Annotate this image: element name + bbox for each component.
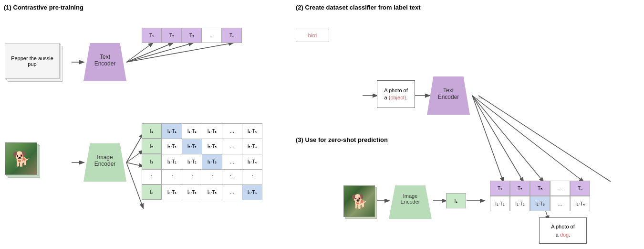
s3-cell-N: I₁·Tₙ xyxy=(570,196,590,211)
vec-I1: I₁ xyxy=(142,123,162,139)
cell-2-N: I₂·Tₙ xyxy=(242,139,262,154)
cell-2-dots: ... xyxy=(222,139,242,154)
svg-line-12 xyxy=(472,96,503,182)
svg-line-16 xyxy=(478,96,611,182)
cell-N-dots: ... xyxy=(222,185,242,200)
svg-line-6 xyxy=(126,151,143,162)
template-box: A photo ofa {object}. xyxy=(377,80,415,108)
token-T1: T₁ xyxy=(142,28,162,43)
token-T2: T₂ xyxy=(162,28,182,43)
vec-I3: I₃ xyxy=(142,154,162,169)
result-text: A photo ofa dog. xyxy=(551,223,575,238)
s3-cell-1: I₁·T₁ xyxy=(490,196,510,211)
s3-cell-dots: ... xyxy=(550,196,570,211)
svg-line-14 xyxy=(472,96,543,182)
token2-T3: T₃ xyxy=(530,181,550,196)
cell-1-N: I₁·Tₙ xyxy=(242,124,262,139)
svg-line-13 xyxy=(472,96,523,182)
token2-T1: T₁ xyxy=(490,181,510,196)
cell-d-2: ⋮ xyxy=(182,170,202,185)
svg-line-7 xyxy=(126,162,143,166)
section2-dots: ... xyxy=(477,92,483,100)
token-row-1: T₁ T₂ T₃ ... Tₙ xyxy=(142,28,242,43)
token-TN: Tₙ xyxy=(222,28,242,43)
cell-3-2: I₃·T₂ xyxy=(182,154,202,170)
svg-line-4 xyxy=(126,43,233,62)
token2-dots: ... xyxy=(550,181,570,196)
cell-d-d: ⋱ xyxy=(222,170,242,185)
cell-N-1: Iₙ·T₁ xyxy=(162,185,182,200)
text-encoder-2: TextEncoder xyxy=(427,76,470,115)
cell-d-N: ⋮ xyxy=(242,170,262,185)
token-row-2: T₁ T₂ T₃ ... Tₙ xyxy=(490,181,590,196)
result-dog-text: dog xyxy=(560,232,569,238)
section1-title: (1) Contrastive pre-training xyxy=(4,4,83,11)
cell-2-1: I₂·T₁ xyxy=(162,139,182,154)
diagram: (1) Contrastive pre-training Pepper the … xyxy=(0,0,644,249)
cell-1-dots: ... xyxy=(222,124,242,139)
svg-line-8 xyxy=(126,162,143,208)
cell-3-3: I₃·T₃ xyxy=(202,154,222,170)
token-T3: T₃ xyxy=(182,28,202,43)
cell-3-dots: ... xyxy=(222,154,242,170)
vec-dots: ⋮ xyxy=(142,169,162,184)
section2-title: (2) Create dataset classifier from label… xyxy=(296,4,421,11)
vec-IN: Iₙ xyxy=(142,184,162,200)
token-dots: ... xyxy=(202,28,222,43)
vec-I2: I₂ xyxy=(142,139,162,154)
cell-d-1: ⋮ xyxy=(162,170,182,185)
svg-line-3 xyxy=(126,43,193,62)
section3-matrix-row: I₁·T₁ I₁·T₂ I₁·T₃ ... I₁·Tₙ xyxy=(490,196,590,211)
image-encoder-3: ImageEncoder xyxy=(389,185,432,219)
text-sample-label: Pepper the aussie pup xyxy=(5,43,60,79)
image-vector-column: I₁ I₂ I₃ ⋮ Iₙ xyxy=(142,123,162,200)
cell-1-3: I₁·T₃ xyxy=(202,124,222,139)
s3-cell-3: I₁·T₃ xyxy=(530,196,550,211)
svg-line-15 xyxy=(472,96,583,182)
i1-token: I₁ xyxy=(446,193,466,208)
token2-T2: T₂ xyxy=(510,181,530,196)
main-matrix: I₁·T₁ I₁·T₂ I₁·T₃ ... I₁·Tₙ I₂·T₁ I₂·T₂ … xyxy=(162,123,262,200)
cell-1-2: I₁·T₂ xyxy=(182,124,202,139)
cell-2-3: I₂·T₃ xyxy=(202,139,222,154)
cell-d-3: ⋮ xyxy=(202,170,222,185)
label-bird: bird xyxy=(296,29,329,42)
cell-3-N: I₃·Tₙ xyxy=(242,154,262,170)
result-box: A photo ofa dog. xyxy=(539,217,587,244)
section3-title: (3) Use for zero-shot prediction xyxy=(296,136,388,143)
image-encoder-1: ImageEncoder xyxy=(83,143,126,182)
svg-line-2 xyxy=(126,43,173,62)
cell-N-N: Iₙ·Tₙ xyxy=(242,185,262,200)
svg-line-5 xyxy=(126,134,143,162)
text-encoder-1: TextEncoder xyxy=(83,43,126,81)
cell-3-1: I₃·T₁ xyxy=(162,154,182,170)
s3-cell-2: I₁·T₂ xyxy=(510,196,530,211)
cell-N-2: Iₙ·T₂ xyxy=(182,185,202,200)
svg-line-1 xyxy=(126,43,153,62)
token2-TN: Tₙ xyxy=(570,181,590,196)
cell-1-1: I₁·T₁ xyxy=(162,124,182,139)
cell-N-3: Iₙ·T₃ xyxy=(202,185,222,200)
cell-2-2: I₂·T₂ xyxy=(182,139,202,154)
